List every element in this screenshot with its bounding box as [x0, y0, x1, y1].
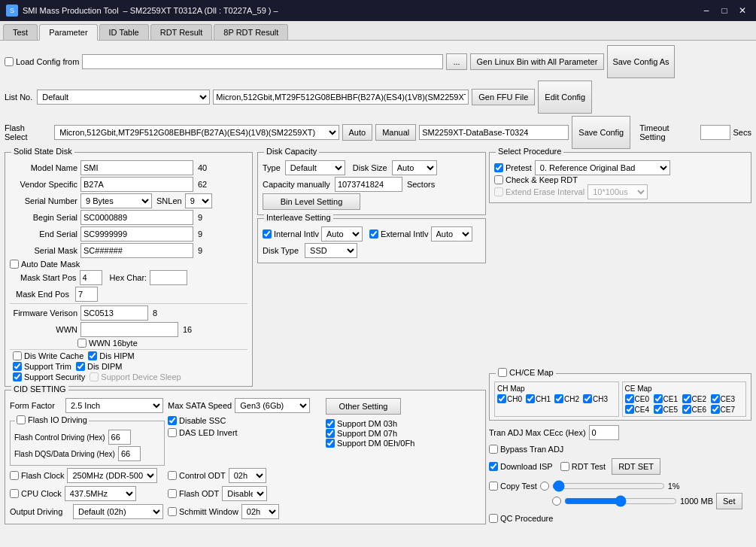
download-isp-checkbox[interactable]	[489, 462, 498, 471]
gen-linux-btn[interactable]: Gen Linux Bin with All Parameter	[470, 53, 605, 70]
ch1-checkbox[interactable]	[526, 394, 535, 403]
save-config-btn[interactable]: Save Config	[572, 116, 630, 149]
ce1-checkbox[interactable]	[654, 394, 663, 403]
flash-odt-label[interactable]: Flash ODT	[168, 489, 219, 498]
check-keep-rdt-label[interactable]: Check & Keep RDT	[494, 175, 578, 184]
cpu-clock-label[interactable]: CPU Clock	[10, 489, 62, 498]
disable-ssc-checkbox[interactable]	[168, 416, 177, 425]
internal-intlv-checkbox[interactable]	[263, 229, 272, 239]
ce3-checkbox[interactable]	[711, 394, 720, 403]
tab-parameter[interactable]: Parameter	[39, 24, 97, 41]
serial-number-select[interactable]: 9 Bytes	[80, 193, 152, 208]
maximize-button[interactable]: □	[717, 3, 732, 18]
pretest-select[interactable]: 0. Reference Original Bad	[535, 160, 670, 175]
cpu-clock-select[interactable]: 437.5MHz	[65, 486, 136, 501]
disk-type-select[interactable]: SSD	[305, 243, 357, 258]
support-dm03h-label[interactable]: Support DM 03h	[326, 419, 481, 428]
tran-adj-input[interactable]	[589, 425, 619, 440]
manual-btn[interactable]: Manual	[375, 124, 416, 141]
ce2-checkbox[interactable]	[682, 394, 691, 403]
minimize-button[interactable]: –	[699, 3, 714, 18]
extend-erase-checkbox[interactable]	[494, 187, 503, 196]
snlen-select[interactable]: 9	[185, 193, 212, 208]
das-led-checkbox[interactable]	[168, 428, 177, 437]
external-intlv-label[interactable]: External Intlv	[369, 229, 429, 239]
close-button[interactable]: ✕	[735, 3, 750, 18]
end-serial-input[interactable]	[80, 226, 193, 242]
dis-hipm-label[interactable]: Dis HIPM	[88, 351, 134, 360]
save-config-as-btn[interactable]: Save Config As	[607, 45, 674, 78]
support-trim-checkbox[interactable]	[13, 362, 22, 371]
control-odt-label[interactable]: Control ODT	[168, 471, 226, 480]
support-dm0e0fh-checkbox[interactable]	[326, 439, 335, 448]
output-driving-select[interactable]: Default (02h)	[73, 504, 163, 519]
support-security-label[interactable]: Support Security	[13, 372, 85, 381]
form-factor-select[interactable]: 2.5 Inch	[65, 398, 163, 413]
control-odt-checkbox[interactable]	[168, 471, 177, 480]
check-keep-rdt-checkbox[interactable]	[494, 175, 503, 184]
list-no-select[interactable]: Default	[37, 90, 210, 105]
ce1-label[interactable]: CE1	[654, 394, 681, 403]
rdt-test-checkbox[interactable]	[560, 462, 569, 471]
support-dm07h-label[interactable]: Support DM 07h	[326, 429, 481, 438]
max-sata-select[interactable]: Gen3 (6Gb)	[235, 398, 310, 413]
schmitt-window-checkbox[interactable]	[168, 507, 177, 516]
auto-btn[interactable]: Auto	[342, 124, 373, 141]
ch-ce-map-checkbox[interactable]	[498, 368, 507, 377]
disk-size-select[interactable]: Auto	[392, 160, 437, 175]
internal-intlv-label[interactable]: Internal Intlv	[263, 229, 319, 239]
gen-ffu-btn[interactable]: Gen FFU File	[472, 89, 535, 105]
cap-manually-input[interactable]	[335, 177, 402, 192]
flash-clock-select[interactable]: 250MHz (DDR-500)	[67, 468, 157, 483]
wwn16-label[interactable]: WWN 16byte	[77, 339, 138, 348]
flash-select-dropdown[interactable]: Micron,512Gbit,MT29F512G08EBHBF(B27A)(ES…	[54, 125, 339, 140]
das-led-label[interactable]: DAS LED Invert	[168, 428, 238, 437]
ch0-checkbox[interactable]	[497, 394, 506, 403]
flash-odt-checkbox[interactable]	[168, 489, 177, 498]
copy-test-set-btn[interactable]: Set	[716, 493, 742, 509]
wwn-input[interactable]	[80, 322, 178, 337]
pretest-checkbox[interactable]	[494, 163, 503, 172]
rdt-set-btn[interactable]: RDT SET	[612, 458, 660, 475]
tab-rdt-result[interactable]: RDT Result	[150, 24, 213, 40]
ce0-label[interactable]: CE0	[625, 394, 652, 403]
flash-clock-checkbox[interactable]	[10, 471, 19, 480]
ce6-checkbox[interactable]	[682, 405, 691, 414]
bypass-tran-adj-checkbox[interactable]	[489, 445, 498, 454]
support-trim-label[interactable]: Support Trim	[13, 362, 71, 371]
vendor-input[interactable]	[80, 177, 193, 192]
flash-control-input[interactable]	[108, 430, 131, 445]
ce3-label[interactable]: CE3	[711, 394, 738, 403]
disable-ssc-label[interactable]: Disable SSC	[168, 416, 226, 425]
flash-odt-select[interactable]: Disable	[222, 486, 267, 501]
support-security-checkbox[interactable]	[13, 372, 22, 381]
load-config-checkbox[interactable]	[5, 57, 14, 66]
dis-dipm-label[interactable]: Dis DIPM	[76, 362, 122, 371]
ce2-label[interactable]: CE2	[682, 394, 709, 403]
copy-test-slider2[interactable]	[564, 496, 677, 506]
support-dm07h-checkbox[interactable]	[326, 429, 335, 438]
mask-end-pos-input[interactable]	[75, 287, 98, 302]
tab-id-table[interactable]: ID Table	[99, 24, 149, 40]
flash-io-checkbox[interactable]	[17, 415, 26, 424]
external-intlv-checkbox[interactable]	[369, 229, 378, 239]
support-dm03h-checkbox[interactable]	[326, 419, 335, 428]
qc-procedure-label[interactable]: QC Procedure	[489, 514, 553, 523]
begin-serial-input[interactable]	[80, 210, 193, 225]
ch3-label[interactable]: CH3	[583, 394, 610, 403]
copy-test-label[interactable]: Copy Test	[489, 482, 537, 491]
schmitt-window-select[interactable]: 02h	[241, 504, 279, 519]
schmitt-window-label[interactable]: Schmitt Window	[168, 507, 238, 516]
ch0-label[interactable]: CH0	[497, 394, 524, 403]
ce7-label[interactable]: CE7	[711, 405, 738, 414]
ce5-checkbox[interactable]	[654, 405, 663, 414]
copy-test-slider1[interactable]	[552, 481, 665, 491]
ce4-checkbox[interactable]	[625, 405, 634, 414]
qc-procedure-checkbox[interactable]	[489, 514, 498, 523]
external-intlv-select[interactable]: Auto	[431, 226, 472, 242]
model-name-input[interactable]	[80, 160, 193, 175]
tab-8p-rdt-result[interactable]: 8P RDT Result	[214, 24, 288, 40]
flash-dqs-input[interactable]	[118, 446, 141, 461]
support-device-sleep-label[interactable]: Support Device Sleep	[90, 372, 181, 381]
ce7-checkbox[interactable]	[711, 405, 720, 414]
